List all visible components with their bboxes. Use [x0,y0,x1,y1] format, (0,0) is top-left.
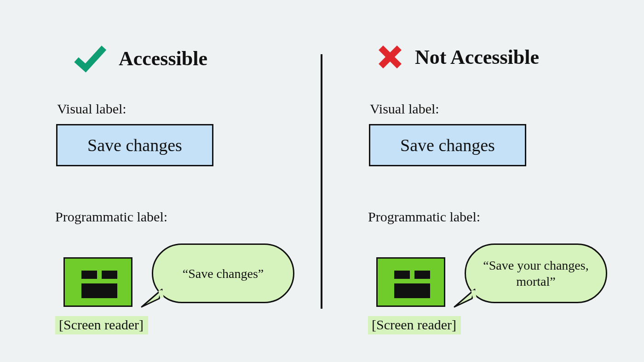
accessible-heading-row: Accessible [74,44,207,73]
not-accessible-heading: Not Accessible [415,45,539,69]
speech-bubble-tail-icon [141,289,164,308]
speech-text: “Save your changes, mortal” [478,257,594,289]
vertical-divider [321,54,322,309]
speech-text: “Save changes” [183,266,264,282]
speech-bubble: “Save changes” [138,243,294,312]
visual-label-caption: Visual label: [370,101,439,117]
visual-label-caption: Visual label: [57,101,126,117]
save-changes-button[interactable]: Save changes [369,124,526,166]
screen-reader-icon [376,257,445,307]
speech-bubble-tail-icon [454,289,477,308]
programmatic-label-caption: Programmatic label: [55,209,167,225]
speech-bubble: “Save your changes, mortal” [451,243,607,312]
not-accessible-heading-row: Not Accessible [377,44,539,70]
save-changes-button[interactable]: Save changes [56,124,213,166]
accessible-heading: Accessible [119,47,207,70]
save-changes-button-label: Save changes [400,135,495,155]
cross-icon [377,44,403,70]
screen-reader-icon [63,257,132,307]
programmatic-label-caption: Programmatic label: [368,209,480,225]
checkmark-icon [74,44,107,73]
save-changes-button-label: Save changes [87,135,182,155]
screen-reader-tag: [Screen reader] [55,316,148,334]
screen-reader-tag: [Screen reader] [368,316,461,334]
